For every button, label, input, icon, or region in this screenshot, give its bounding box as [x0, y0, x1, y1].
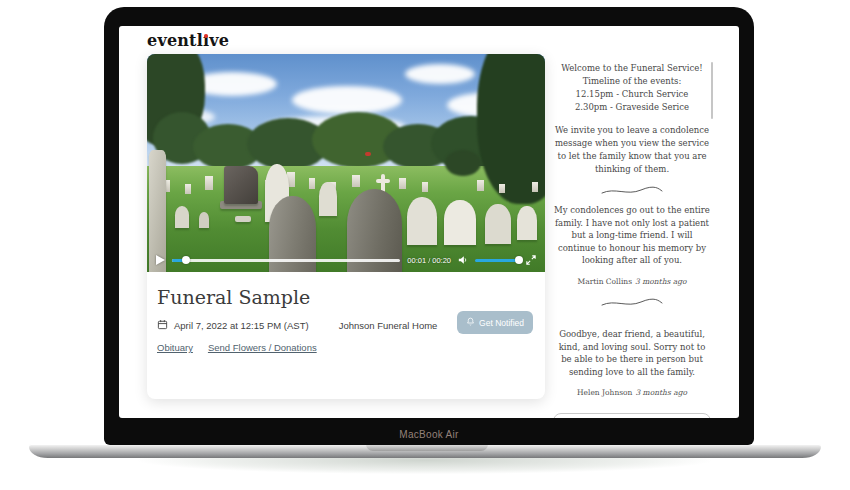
progress-bar[interactable]	[172, 259, 400, 262]
volume-bar[interactable]	[475, 259, 519, 262]
volume-icon[interactable]	[458, 255, 468, 265]
laptop-lid-notch	[366, 444, 488, 451]
obituary-link[interactable]: Obituary	[157, 342, 193, 353]
device-label: MacBook Air	[104, 429, 754, 440]
send-flowers-link[interactable]: Send Flowers / Donations	[208, 342, 317, 353]
laptop-screen: eventlıve	[119, 26, 739, 418]
play-icon[interactable]	[156, 255, 165, 265]
event-datetime: April 7, 2022 at 12:15 PM (AST)	[174, 320, 309, 331]
time-display: 00:01/00:20	[407, 256, 451, 265]
logo-red-dot-icon	[204, 34, 208, 38]
condolence-message: Goodbye, dear friend, a beautiful, kind,…	[553, 328, 711, 400]
event-title: Funeral Sample	[157, 286, 535, 308]
flourish-divider-icon	[599, 297, 665, 309]
event-card: 00:01/00:20 Funeral Sample April 7, 2022…	[147, 54, 545, 399]
guestbook-sidebar: Welcome to the Funeral Service! Timeline…	[553, 62, 711, 418]
bell-icon	[466, 317, 475, 328]
fullscreen-icon[interactable]	[526, 255, 536, 265]
get-notified-button[interactable]: Get Notified	[457, 311, 533, 334]
volume-knob[interactable]	[515, 256, 523, 264]
progress-knob[interactable]	[182, 256, 190, 264]
message-author: Martin Collins3 months ago	[553, 276, 711, 289]
welcome-message: Welcome to the Funeral Service! Timeline…	[553, 62, 711, 114]
sidebar-scrollbar[interactable]	[711, 62, 713, 119]
eventlive-logo[interactable]: eventlıve	[147, 31, 229, 50]
flourish-divider-icon	[599, 185, 665, 197]
condolence-message: My condolences go out to the entire fami…	[553, 204, 711, 288]
event-host: Johnson Funeral Home	[339, 320, 438, 331]
message-author: Helen Johnson3 months ago	[553, 387, 711, 400]
sign-guestbook-button[interactable]: Sign the Guestbook	[553, 413, 711, 419]
video-controls: 00:01/00:20	[147, 248, 545, 272]
event-info: Funeral Sample April 7, 2022 at 12:15 PM…	[147, 272, 545, 353]
calendar-icon	[157, 319, 168, 332]
video-player[interactable]: 00:01/00:20	[147, 54, 545, 272]
invite-text: We invite you to leave a condolence mess…	[553, 124, 711, 176]
event-links: Obituary Send Flowers / Donations	[157, 342, 535, 353]
